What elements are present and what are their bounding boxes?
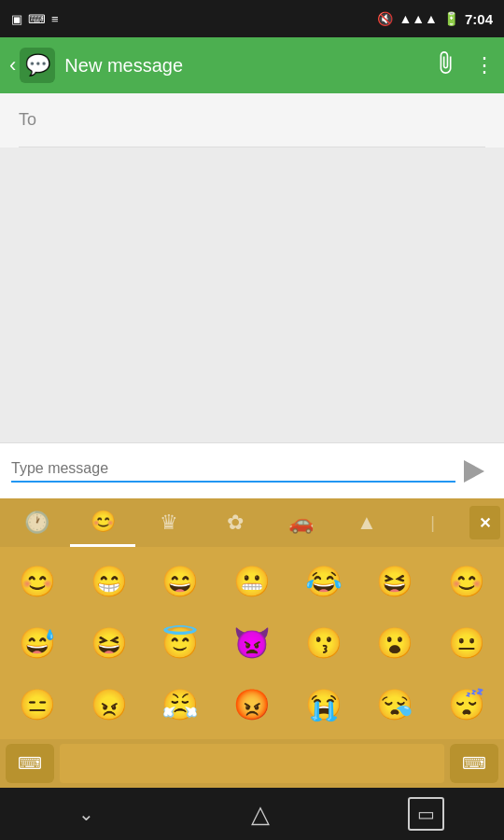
status-icons-right: 🔇 ▲▲▲ 🔋 7:04 <box>377 11 493 27</box>
status-icons-left: ▣ ⌨ ≡ <box>11 12 59 26</box>
nav-home-button[interactable]: △ <box>232 791 288 838</box>
backspace-button[interactable]: ✕ <box>469 506 500 539</box>
tab-travel[interactable]: 🚗 <box>268 498 334 547</box>
message-area <box>0 147 504 442</box>
backspace-icon: ✕ <box>479 514 491 532</box>
status-time: 7:04 <box>465 11 493 27</box>
emoji-neutral[interactable]: 😐 <box>432 614 500 672</box>
emoji-laughing[interactable]: 😆 <box>361 553 429 610</box>
emoji-joy[interactable]: 😂 <box>289 553 357 610</box>
mute-icon: 🔇 <box>377 11 393 26</box>
attach-button[interactable] <box>433 50 457 80</box>
tab-symbols[interactable]: ▲ <box>334 498 400 547</box>
app-bar-actions: ⋮ <box>433 50 495 80</box>
emoji-blush[interactable]: 😊 <box>432 553 500 610</box>
app-bar: ‹ 💬 New message ⋮ <box>0 37 504 93</box>
tab-smileys[interactable]: 😊 <box>70 498 136 547</box>
emoji-unamused[interactable]: 😠 <box>76 676 144 734</box>
emoji-angry[interactable]: 😡 <box>218 676 287 734</box>
keyboard-left-icon: ⌨ <box>18 753 42 774</box>
emoji-category-tabs: 🕐 😊 ♛ ✿ 🚗 ▲ | ✕ <box>0 498 504 547</box>
signal-icon: ▲▲▲ <box>399 11 438 26</box>
emoji-wink[interactable]: 😗 <box>289 614 357 672</box>
space-bar[interactable] <box>60 744 444 783</box>
message-input[interactable] <box>11 460 455 483</box>
to-input[interactable] <box>46 112 485 129</box>
emoji-grimace[interactable]: 😬 <box>218 553 287 610</box>
tab-recent[interactable]: 🕐 <box>4 498 70 547</box>
send-button[interactable] <box>455 453 493 490</box>
emoji-big-smile[interactable]: 😄 <box>147 553 215 610</box>
emoji-surprised[interactable]: 😮 <box>361 614 429 672</box>
nav-back-button[interactable]: ⌄ <box>60 793 113 834</box>
to-field-area: To <box>0 93 504 147</box>
emoji-devil[interactable]: 👿 <box>218 614 287 672</box>
type-bar <box>0 442 504 498</box>
to-label: To <box>19 110 36 130</box>
emoji-sleeping[interactable]: 😴 <box>432 676 500 734</box>
tab-pipe[interactable]: | <box>399 498 466 547</box>
tab-nature[interactable]: ✿ <box>202 498 268 547</box>
send-arrow-icon <box>464 460 484 483</box>
emoji-relieved[interactable]: 😊 <box>4 553 72 610</box>
emoji-grid: 😊 😁 😄 😬 😂 😆 😊 😅 😆 😇 👿 😗 😮 😐 😑 😠 😤 😡 😭 😪 … <box>0 547 504 739</box>
emoji-expressionless[interactable]: 😑 <box>4 676 72 734</box>
screen-icon: ▣ <box>11 12 22 26</box>
tab-crown[interactable]: ♛ <box>135 498 202 547</box>
emoji-sleepy[interactable]: 😪 <box>361 676 429 734</box>
to-row: To <box>19 93 485 147</box>
status-bar: ▣ ⌨ ≡ 🔇 ▲▲▲ 🔋 7:04 <box>0 0 504 37</box>
emoji-bottom-bar: ⌨ ⌨ <box>0 739 504 788</box>
keyboard-switch-left[interactable]: ⌨ <box>6 744 54 783</box>
back-button[interactable]: ‹ <box>9 53 16 77</box>
message-icon: 💬 <box>25 53 50 77</box>
emoji-crying[interactable]: 😭 <box>289 676 357 734</box>
nav-bar: ⌄ △ ▭ <box>0 788 504 840</box>
emoji-xd[interactable]: 😆 <box>76 614 144 672</box>
emoji-smirk[interactable]: 😤 <box>147 676 215 734</box>
bars-icon: ≡ <box>51 12 59 26</box>
emoji-halo[interactable]: 😇 <box>147 614 215 672</box>
keyboard-right-icon: ⌨ <box>462 753 486 774</box>
emoji-grin[interactable]: 😁 <box>76 553 144 610</box>
app-title: New message <box>64 55 433 77</box>
emoji-sweat-smile[interactable]: 😅 <box>4 614 72 672</box>
battery-icon: 🔋 <box>443 11 459 26</box>
keyboard-icon: ⌨ <box>28 12 46 26</box>
emoji-keyboard: 🕐 😊 ♛ ✿ 🚗 ▲ | ✕ 😊 😁 😄 😬 😂 😆 😊 😅 😆 😇 👿 😗 … <box>0 498 504 788</box>
more-options-button[interactable]: ⋮ <box>474 53 495 77</box>
keyboard-switch-right[interactable]: ⌨ <box>450 744 498 783</box>
app-icon: 💬 <box>20 48 55 83</box>
nav-recent-button[interactable]: ▭ <box>408 797 444 831</box>
